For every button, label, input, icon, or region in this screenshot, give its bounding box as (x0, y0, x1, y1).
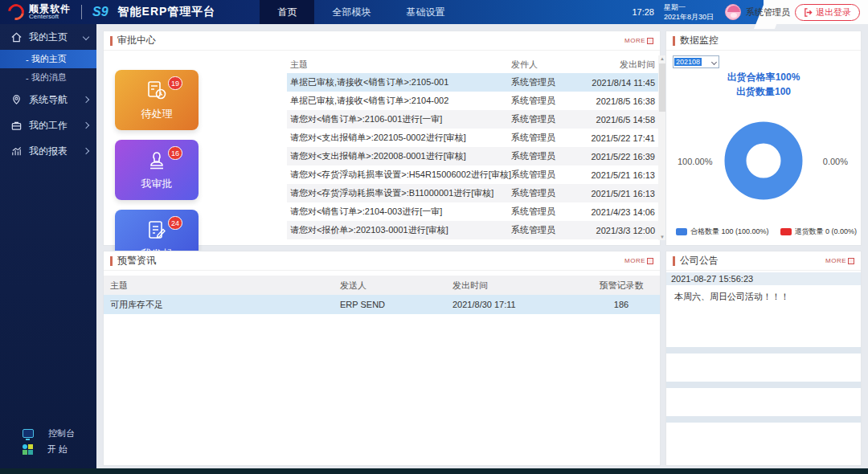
sidebar-item-my-home[interactable]: 我的主页 (0, 24, 96, 50)
announcement-content[interactable]: 本周六、周日公司活动！！！ (666, 285, 861, 319)
more-label: MORE (624, 37, 645, 44)
sidebar-item-my-work[interactable]: 我的工作 (0, 112, 96, 138)
main-nav: 首页 全部模块 基础设置 (260, 0, 462, 24)
tile-pending[interactable]: 19 待处理 (115, 70, 199, 130)
more-icon (848, 258, 854, 264)
more-icon (647, 38, 653, 44)
table-row[interactable]: 单据已审核,请接收<销售订单>:2104-002 系统管理员 2021/8/5 … (287, 92, 658, 110)
table-row[interactable]: 请您对<存货浮动耗损率设置>:H54R15006002进行[审核] 系统管理员 … (287, 165, 658, 184)
announcements-more-link[interactable]: MORE (825, 257, 854, 264)
logo-divider (81, 5, 82, 19)
table-row[interactable]: 请您对<销售订单>:2106-001进行[一审] 系统管理员 2021/6/5 … (287, 110, 658, 129)
location-pin-icon (10, 94, 23, 106)
col-sender: 发件人 (511, 59, 579, 71)
shipment-qty-text: 出货数量100 (666, 84, 861, 99)
user-name: 系统管理员 (746, 6, 790, 18)
logout-button[interactable]: 退出登录 (795, 4, 860, 21)
approval-center-panel: 审批中心 MORE 19 待处理 16 (103, 31, 661, 246)
alert-row[interactable]: 可用库存不足 ERP SEND 2021/8/30 17:11 186 (104, 295, 660, 314)
empty-announcement-divider (666, 347, 861, 353)
stamp-icon (145, 149, 169, 173)
panel-accent (673, 256, 675, 266)
date-block: 星期一 2021年8月30日 (664, 2, 714, 22)
clock-time: 17:28 (632, 7, 654, 17)
donut-chart: 100.00% 0.00% (666, 112, 861, 216)
period-select[interactable]: 202108 (673, 55, 719, 68)
approval-tiles: 19 待处理 16 我审批 24 (104, 51, 282, 246)
date-text: 2021年8月30日 (664, 12, 714, 22)
chevron-down-icon (711, 59, 717, 64)
tile-my-approvals[interactable]: 16 我审批 (115, 140, 199, 200)
tab-home[interactable]: 首页 (260, 0, 314, 24)
table-row[interactable]: 请您对<存货浮动耗损率设置>:B11000001进行[审核] 系统管理员 202… (287, 184, 658, 202)
company-logo-icon (5, 1, 27, 23)
chart-legend: 合格数量 100 (100.00%) 退货数量 0 (0.00%) (676, 227, 857, 237)
table-row[interactable]: 请您对<支出报销单>:202008-0001进行[审核] 系统管理员 2021/… (287, 147, 658, 165)
pass-rate-text: 出货合格率100% (666, 70, 861, 84)
alerts-title: 预警资讯 (117, 254, 156, 268)
empty-announcement-divider (666, 416, 861, 423)
start-label: 开 始 (47, 443, 68, 456)
approval-center-title: 审批中心 (117, 34, 156, 47)
sidebar-item-label: 系统导航 (29, 93, 77, 107)
console-button[interactable]: 控制台 (0, 425, 96, 441)
logo: 顺景软件 Centersoft S9 智能ERP管理平台 (0, 4, 215, 20)
sidebar-footer: 控制台 开 始 (0, 425, 96, 457)
doc-clock-icon (145, 79, 169, 103)
col-subject: 主题 (110, 280, 340, 292)
table-row[interactable]: 单据已审核,请接收<销售订单>:2105-001 系统管理员 2021/8/14… (287, 73, 658, 92)
data-monitor-panel: 数据监控 202108 出货合格率100% 出货数量100 100.00% 0.… (665, 31, 862, 246)
tab-all-modules[interactable]: 全部模块 (314, 0, 388, 24)
pending-badge: 19 (168, 76, 182, 90)
scroll-thumb[interactable] (659, 63, 665, 112)
legend-swatch-blue (676, 228, 687, 235)
chevron-right-icon (83, 96, 89, 103)
user-avatar[interactable] (725, 4, 741, 20)
briefcase-icon (10, 120, 23, 132)
col-time: 发出时间 (452, 280, 589, 292)
tile-label: 待处理 (141, 107, 173, 121)
home-icon (10, 31, 23, 43)
empty-announcement-divider (666, 382, 861, 388)
sidebar-item-my-reports[interactable]: 我的报表 (0, 138, 96, 164)
announcements-title: 公司公告 (680, 254, 719, 268)
tile-label: 我审批 (141, 177, 173, 191)
sidebar: 我的主页 我的主页 我的消息 系统导航 我的工作 我的报表 控制台 (0, 24, 96, 468)
approval-more-link[interactable]: MORE (624, 37, 653, 44)
chevron-down-icon (83, 34, 89, 40)
panel-accent (673, 36, 675, 46)
donut-left-label: 100.00% (678, 157, 712, 166)
approval-table-header: 主题 发件人 发出时间 (287, 55, 658, 73)
announcements-panel: 公司公告 MORE 2021-08-27 15:56:23 本周六、周日公司活动… (665, 251, 862, 466)
alerts-panel: 预警资讯 MORE 主题 发送人 发出时间 预警记录数 可用库存不足 ERP S… (103, 251, 661, 466)
logo-en-text: Centersoft (29, 14, 71, 20)
more-icon (647, 258, 653, 264)
alerts-more-link[interactable]: MORE (624, 257, 653, 264)
col-sender: 发送人 (340, 280, 452, 292)
s9-logo: S9 (92, 5, 108, 19)
period-value: 202108 (674, 58, 702, 66)
chevron-right-icon (83, 122, 89, 129)
table-row[interactable]: 请您对<报价单>:202103-0001进行[审核] 系统管理员 2021/3/… (287, 221, 658, 239)
more-label: MORE (825, 257, 846, 264)
donut-right-label: 0.00% (823, 157, 848, 166)
sidebar-item-label: 我的主页 (29, 31, 77, 44)
legend-swatch-red (780, 228, 792, 235)
col-count: 预警记录数 (589, 280, 653, 292)
logout-label: 退出登录 (816, 6, 851, 18)
initiated-badge: 24 (168, 216, 182, 230)
sidebar-subitem-my-messages[interactable]: 我的消息 (0, 68, 96, 87)
chevron-right-icon (83, 148, 89, 154)
data-monitor-title: 数据监控 (680, 34, 719, 47)
top-bar: 顺景软件 Centersoft S9 智能ERP管理平台 首页 全部模块 基础设… (0, 0, 868, 24)
app-title: 智能ERP管理平台 (118, 5, 216, 19)
sidebar-subitem-my-home[interactable]: 我的主页 (0, 50, 96, 68)
table-row[interactable]: 请您对<支出报销单>:202105-0002进行[审核] 系统管理员 2021/… (287, 129, 658, 147)
more-label: MORE (624, 257, 645, 264)
table-row[interactable]: 请您对<销售订单>:2104-003进行[一审] 系统管理员 2021/4/23… (287, 202, 658, 221)
sidebar-item-system-nav[interactable]: 系统导航 (0, 87, 96, 112)
start-button[interactable]: 开 始 (0, 441, 96, 457)
doc-edit-icon (145, 219, 169, 243)
tab-base-settings[interactable]: 基础设置 (388, 0, 462, 24)
donut-svg (714, 112, 813, 210)
